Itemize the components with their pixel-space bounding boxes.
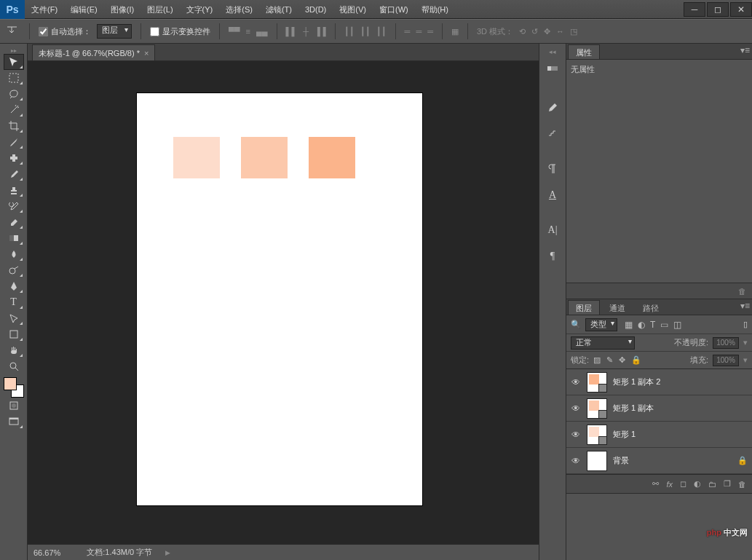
window-minimize[interactable]: ─ (684, 2, 705, 17)
crop-tool[interactable] (4, 118, 24, 134)
menu-view[interactable]: 视图(V) (333, 0, 373, 19)
layer-row[interactable]: 👁背景🔒 (566, 448, 752, 474)
layer-visibility-icon[interactable]: 👁 (571, 377, 581, 387)
status-flyout-icon[interactable]: ▶ (165, 549, 170, 556)
filter-pixel-icon[interactable]: ▦ (625, 320, 633, 330)
fill-value[interactable]: 100% (713, 355, 739, 366)
menu-layer[interactable]: 图层(L) (140, 0, 179, 19)
align-left-icon[interactable]: ▌▌ (286, 27, 298, 36)
dist-4-icon[interactable]: ═ (405, 27, 411, 36)
dist-2-icon[interactable]: ┃┃ (360, 27, 371, 36)
gradient-tool[interactable] (4, 230, 24, 246)
show-transform-checkbox[interactable]: 显示变换控件 (150, 26, 210, 37)
filter-smart-icon[interactable]: ◫ (673, 320, 681, 330)
stamp-tool[interactable] (4, 182, 24, 198)
healing-tool[interactable] (4, 150, 24, 166)
filter-type-icon[interactable]: T (650, 320, 655, 330)
opacity-dropdown-icon[interactable]: ▾ (743, 338, 748, 347)
align-hcenter-icon[interactable]: ┼ (303, 27, 309, 36)
window-close[interactable]: ✕ (730, 2, 752, 17)
pen-tool[interactable] (4, 278, 24, 294)
panel-menu-icon[interactable]: ▾≡ (740, 301, 750, 311)
status-doc-info[interactable]: 文档:1.43M/0 字节 (87, 547, 152, 558)
quickmask-tool[interactable] (4, 398, 24, 414)
dock-adjust-icon[interactable] (542, 124, 563, 144)
layer-visibility-icon[interactable]: 👁 (571, 403, 581, 414)
dock-character-icon[interactable]: A (542, 185, 563, 205)
trash-icon[interactable]: 🗑 (738, 287, 746, 296)
layer-mask-icon[interactable]: ◻ (680, 479, 686, 489)
foreground-color[interactable] (4, 377, 17, 390)
align-bottom-icon[interactable]: ▄▄ (256, 27, 268, 36)
path-select-tool[interactable] (4, 310, 24, 326)
layer-row[interactable]: 👁矩形 1 副本 (566, 395, 752, 422)
shape-tool[interactable] (4, 326, 24, 342)
menu-image[interactable]: 图像(I) (104, 0, 140, 19)
3d-scale-icon[interactable]: ◳ (570, 27, 577, 36)
3d-pan-icon[interactable]: ✥ (544, 27, 550, 36)
layer-visibility-icon[interactable]: 👁 (571, 430, 581, 440)
delete-layer-icon[interactable]: 🗑 (738, 480, 746, 489)
layer-name[interactable]: 背景 (613, 455, 732, 466)
menu-type[interactable]: 文字(Y) (180, 0, 220, 19)
brush-tool[interactable] (4, 166, 24, 182)
dist-1-icon[interactable]: ┃┃ (344, 27, 355, 36)
blur-tool[interactable] (4, 246, 24, 262)
hand-tool[interactable] (4, 342, 24, 358)
dist-6-icon[interactable]: ═ (427, 27, 433, 36)
dock-collapse[interactable]: ◂◂ (549, 48, 556, 55)
layer-name[interactable]: 矩形 1 (613, 429, 748, 440)
menu-3d[interactable]: 3D(D) (298, 0, 333, 19)
layer-thumbnail[interactable] (587, 372, 607, 393)
opacity-value[interactable]: 100% (713, 337, 739, 349)
filter-adjust-icon[interactable]: ◐ (638, 320, 645, 330)
screenmode-tool[interactable] (4, 414, 24, 430)
filter-toggle-icon[interactable]: ▯ (743, 320, 748, 329)
layer-name[interactable]: 矩形 1 副本 (613, 403, 748, 414)
fill-dropdown-icon[interactable]: ▾ (743, 355, 748, 365)
history-brush-tool[interactable] (4, 198, 24, 214)
3d-orbit-icon[interactable]: ⟲ (519, 27, 526, 36)
lock-transparency-icon[interactable]: ▨ (593, 355, 601, 365)
dist-5-icon[interactable]: ═ (416, 27, 421, 36)
eyedropper-tool[interactable] (4, 134, 24, 150)
layer-name[interactable]: 矩形 1 副本 2 (613, 376, 748, 387)
layer-thumbnail[interactable] (587, 425, 607, 445)
adjustment-layer-icon[interactable]: ◐ (694, 479, 701, 489)
shape-rect-1[interactable] (173, 137, 220, 178)
dock-styles-icon[interactable]: ¶ (542, 246, 563, 267)
tab-paths[interactable]: 路径 (635, 300, 667, 315)
shape-rect-2[interactable] (241, 137, 288, 178)
lock-all-icon[interactable]: 🔒 (631, 355, 641, 365)
filter-shape-icon[interactable]: ▭ (660, 320, 668, 330)
layer-visibility-icon[interactable]: 👁 (571, 456, 581, 466)
align-vcenter-icon[interactable]: ≡ (246, 27, 250, 36)
lock-pixels-icon[interactable]: ✎ (606, 355, 613, 365)
lock-position-icon[interactable]: ✥ (619, 355, 625, 365)
menu-edit[interactable]: 编辑(E) (64, 0, 104, 19)
panel-menu-icon[interactable]: ▾≡ (740, 45, 750, 55)
layer-filter-select[interactable]: 类型 (585, 318, 617, 331)
eraser-tool[interactable] (4, 214, 24, 230)
arrange-icon[interactable]: ▦ (451, 27, 459, 36)
toolbox-collapse[interactable]: ▸▸ (0, 47, 27, 54)
layer-lock-icon[interactable]: 🔒 (737, 456, 748, 465)
menu-select[interactable]: 选择(S) (219, 0, 259, 19)
zoom-tool[interactable] (4, 358, 24, 374)
layer-thumbnail[interactable] (587, 398, 607, 419)
dock-glyphs-icon[interactable]: A| (542, 220, 563, 240)
new-layer-icon[interactable]: ❐ (724, 479, 731, 489)
new-group-icon[interactable]: 🗀 (708, 480, 716, 489)
tab-properties[interactable]: 属性 (568, 44, 600, 59)
magic-wand-tool[interactable] (4, 102, 24, 118)
marquee-tool[interactable] (4, 70, 24, 86)
menu-window[interactable]: 窗口(W) (373, 0, 415, 19)
layer-row[interactable]: 👁矩形 1 (566, 422, 752, 448)
dock-paragraph-icon[interactable] (542, 159, 563, 179)
move-tool[interactable] (4, 54, 24, 70)
3d-roll-icon[interactable]: ↺ (531, 27, 538, 36)
link-layers-icon[interactable]: ⚯ (652, 479, 659, 489)
dock-brush-icon[interactable] (542, 98, 563, 118)
status-zoom[interactable]: 66.67% (33, 548, 60, 557)
align-right-icon[interactable]: ▐▐ (314, 27, 326, 36)
